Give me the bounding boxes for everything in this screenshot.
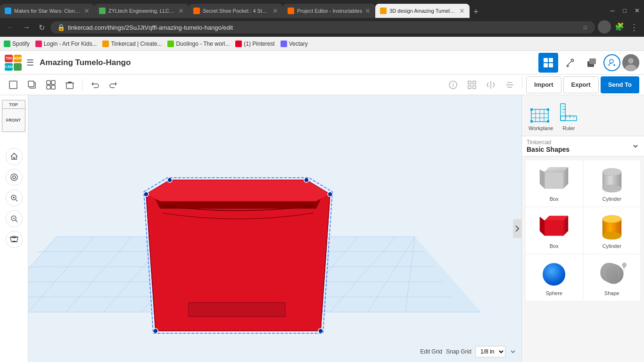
bookmark-tinkercad[interactable]: Tinkercad | Create... bbox=[102, 41, 162, 47]
tab-5-close[interactable]: ✕ bbox=[459, 7, 465, 15]
menu-dots-icon[interactable]: ⋮ bbox=[628, 20, 640, 34]
tab-3-close[interactable]: ✕ bbox=[272, 7, 278, 15]
tab-1-close[interactable]: ✕ bbox=[84, 7, 90, 15]
undo-button[interactable] bbox=[86, 76, 103, 93]
viewport[interactable]: Edit Grid Snap Grid 1/8 in bbox=[28, 95, 521, 362]
panel-collapse-button[interactable] bbox=[513, 219, 521, 238]
svg-point-51 bbox=[167, 178, 172, 182]
bookmark-pinterest-icon bbox=[235, 41, 242, 47]
bookmark-duolingo-icon bbox=[167, 41, 174, 47]
copy-button[interactable] bbox=[24, 76, 41, 93]
add-user-button[interactable] bbox=[603, 54, 620, 71]
shape-item-cylinder-gray[interactable]: Cylinder bbox=[584, 160, 641, 206]
redo-icon bbox=[109, 80, 118, 90]
shape-item-box-gray[interactable]: Box bbox=[526, 160, 583, 206]
svg-point-50 bbox=[328, 192, 332, 197]
new-tab-button[interactable]: + bbox=[470, 7, 482, 17]
shapes-selector: Tinkercad Basic Shapes bbox=[522, 136, 644, 156]
new-shape-icon bbox=[8, 80, 18, 90]
zoom-in-tool[interactable] bbox=[6, 189, 23, 206]
profile-icon[interactable] bbox=[598, 20, 611, 33]
organic-shape-label: Shape bbox=[604, 290, 619, 296]
box-gray-label: Box bbox=[550, 196, 559, 202]
align-button[interactable] bbox=[501, 76, 518, 93]
bookmark-tinkercad-icon bbox=[102, 41, 109, 47]
bookmark-spotify-icon bbox=[4, 41, 10, 47]
svg-rect-3 bbox=[549, 63, 553, 67]
sendto-button[interactable]: Send To bbox=[601, 76, 639, 93]
shape-item-cylinder-orange[interactable]: Cylinder bbox=[584, 207, 641, 254]
svg-point-52 bbox=[304, 178, 309, 182]
close-window-button[interactable]: ✕ bbox=[631, 5, 643, 16]
grid-view-button[interactable] bbox=[538, 53, 558, 73]
snap-to-grid-button[interactable] bbox=[463, 76, 480, 93]
bookmark-art-kids-icon bbox=[35, 41, 42, 47]
hamburger-menu-icon[interactable]: ☰ bbox=[25, 56, 36, 70]
new-shape-button[interactable] bbox=[5, 76, 22, 93]
svg-point-6 bbox=[610, 59, 613, 63]
minimize-button[interactable]: ─ bbox=[606, 5, 619, 16]
edit-grid-label[interactable]: Edit Grid bbox=[420, 348, 442, 355]
delete-button[interactable] bbox=[61, 76, 78, 93]
tinkercad-logo[interactable]: TIN KER CAD bbox=[5, 55, 21, 71]
ruler-tool[interactable]: Ruler bbox=[557, 100, 580, 131]
bookmark-vectary[interactable]: Vectary bbox=[281, 41, 308, 47]
tab-3-label: Secret Shoe Pocket : 4 Steps - In... bbox=[203, 8, 270, 14]
zoom-out-tool[interactable] bbox=[6, 210, 23, 227]
redo-button[interactable] bbox=[105, 76, 122, 93]
logo-cell-cad: CAD bbox=[5, 63, 13, 71]
svg-rect-17 bbox=[66, 83, 73, 89]
user-avatar[interactable] bbox=[622, 54, 639, 71]
tab-1[interactable]: Makes for Star Wars: Clone Air... ✕ bbox=[0, 4, 94, 18]
svg-point-53 bbox=[153, 329, 158, 333]
maximize-button[interactable]: □ bbox=[619, 5, 631, 16]
shapes-button[interactable] bbox=[582, 53, 602, 73]
bookmark-duolingo[interactable]: Duolingo - The worl... bbox=[167, 41, 230, 47]
export-button[interactable]: Export bbox=[563, 76, 599, 93]
mirror-button[interactable] bbox=[482, 76, 499, 93]
shape-item-organic[interactable]: Shape bbox=[584, 255, 641, 301]
workplane-tool[interactable]: Workplane bbox=[528, 100, 553, 131]
reload-button[interactable]: ↻ bbox=[36, 21, 48, 34]
home-view-tool[interactable] bbox=[6, 148, 23, 165]
tab-4-close[interactable]: ✕ bbox=[365, 7, 371, 15]
tools-button[interactable] bbox=[560, 53, 580, 73]
snap-grid-select[interactable]: 1/8 in bbox=[475, 346, 505, 357]
project-title: Amazing Tumelo-Hango bbox=[40, 58, 535, 67]
url-bar[interactable]: 🔒 tinkercad.com/things/2SuJJtVqffl-amazi… bbox=[50, 21, 595, 33]
forward-button[interactable]: → bbox=[20, 21, 33, 33]
svg-rect-20 bbox=[468, 81, 471, 84]
lock-icon: 🔒 bbox=[57, 24, 65, 31]
header-right bbox=[538, 53, 639, 73]
shapes-icon bbox=[586, 58, 597, 68]
tab-2-close[interactable]: ✕ bbox=[178, 7, 184, 15]
view-cube-front[interactable]: FRONT bbox=[2, 108, 25, 132]
align-icon bbox=[505, 80, 514, 90]
mirror-icon bbox=[486, 80, 495, 90]
bookmark-star-icon: ☆ bbox=[582, 24, 588, 31]
svg-marker-95 bbox=[545, 221, 563, 236]
svg-rect-0 bbox=[544, 58, 548, 62]
bookmark-spotify[interactable]: Spotify bbox=[4, 41, 30, 47]
extensions-icon[interactable]: 🧩 bbox=[613, 20, 626, 34]
import-button[interactable]: Import bbox=[526, 76, 561, 93]
group-button[interactable] bbox=[42, 76, 59, 93]
tab-3[interactable]: Secret Shoe Pocket : 4 Steps - In... ✕ bbox=[189, 4, 283, 18]
tab-5[interactable]: 3D design Amazing Tumelo-Ha... ✕ bbox=[375, 4, 470, 18]
orbit-tool[interactable] bbox=[6, 169, 23, 186]
hint-button[interactable] bbox=[445, 76, 462, 93]
box-gray-icon bbox=[537, 165, 570, 193]
back-button[interactable]: ← bbox=[4, 21, 17, 33]
bookmark-pinterest[interactable]: (1) Pinterest bbox=[235, 41, 274, 47]
svg-point-25 bbox=[13, 176, 16, 179]
cylinder-gray-label: Cylinder bbox=[603, 196, 621, 202]
shape-item-sphere-blue[interactable]: Sphere bbox=[526, 255, 583, 301]
shape-item-box-red[interactable]: Box bbox=[526, 207, 583, 254]
shapes-dropdown-icon[interactable] bbox=[632, 142, 639, 150]
tab-2[interactable]: ZYLtech Engineering, LLC - Sho... ✕ bbox=[94, 4, 189, 18]
bookmark-art-kids[interactable]: Login - Art For Kids... bbox=[35, 41, 97, 47]
perspective-tool[interactable] bbox=[6, 231, 23, 248]
tab-4[interactable]: Project Editor - Instructables ✕ bbox=[283, 4, 375, 18]
svg-rect-10 bbox=[9, 81, 17, 89]
view-cube-top[interactable]: TOP bbox=[2, 100, 25, 109]
